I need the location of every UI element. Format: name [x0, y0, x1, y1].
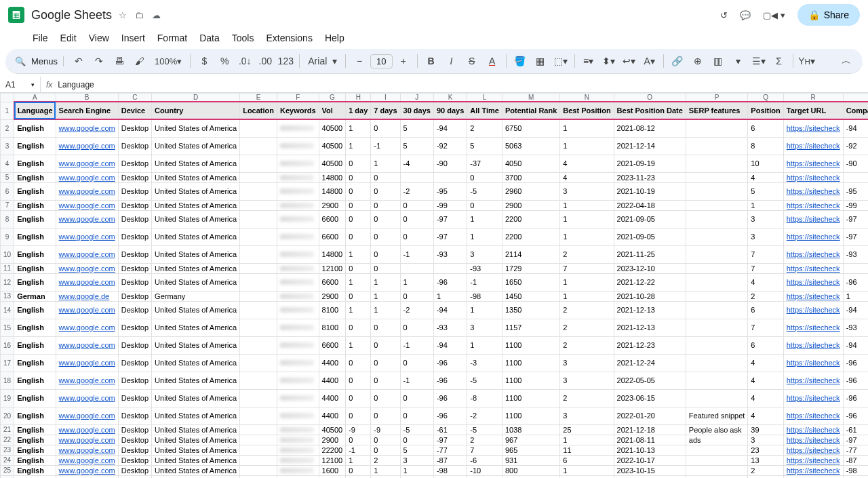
- row-header-22[interactable]: 22: [1, 435, 14, 445]
- cell[interactable]: https://sitecheck: [783, 137, 843, 155]
- cell[interactable]: www.google.com: [56, 137, 118, 155]
- row-header-14[interactable]: 14: [1, 301, 14, 319]
- cell[interactable]: www.google.com: [56, 389, 118, 407]
- cell[interactable]: [277, 263, 319, 273]
- cell[interactable]: -1: [371, 137, 400, 155]
- cell[interactable]: [686, 465, 748, 475]
- cell[interactable]: United States of America: [152, 475, 240, 478]
- cell[interactable]: [240, 445, 277, 455]
- percent-button[interactable]: %: [215, 52, 234, 71]
- cell[interactable]: 22200: [319, 475, 346, 478]
- cell[interactable]: -5: [467, 424, 502, 435]
- cell[interactable]: -94: [843, 119, 868, 137]
- cell[interactable]: 2200: [502, 210, 559, 228]
- cell[interactable]: https://sitecheck: [783, 435, 843, 445]
- cell[interactable]: [240, 407, 277, 424]
- cell[interactable]: Desktop: [118, 455, 151, 465]
- cell[interactable]: -10: [467, 465, 502, 475]
- cell[interactable]: 10: [748, 155, 783, 172]
- cell[interactable]: https://sitecheck: [783, 119, 843, 137]
- cell[interactable]: 0: [467, 172, 502, 182]
- cell[interactable]: www.google.com: [56, 372, 118, 389]
- cell[interactable]: 1: [400, 273, 433, 291]
- cell[interactable]: [277, 475, 319, 478]
- cell[interactable]: -6: [467, 455, 502, 465]
- cell[interactable]: [277, 372, 319, 389]
- row-header-19[interactable]: 19: [1, 389, 14, 407]
- cell[interactable]: [240, 200, 277, 210]
- cell[interactable]: -96: [843, 273, 868, 291]
- borders-button[interactable]: ▦: [531, 52, 550, 71]
- cell[interactable]: -94: [843, 301, 868, 319]
- cloud-icon[interactable]: ☁: [152, 10, 161, 20]
- cell[interactable]: 3: [560, 354, 614, 372]
- cell[interactable]: 0: [400, 319, 433, 336]
- row-header-25[interactable]: 25: [1, 465, 14, 475]
- cell[interactable]: 11: [560, 445, 614, 455]
- cell[interactable]: 0: [346, 291, 371, 301]
- cell[interactable]: 2021-09-05: [614, 210, 686, 228]
- menu-edit[interactable]: Edit: [55, 30, 82, 46]
- cell[interactable]: 1: [467, 210, 502, 228]
- functions-button[interactable]: Σ: [770, 52, 789, 71]
- cell[interactable]: -37: [467, 155, 502, 172]
- menu-file[interactable]: File: [27, 30, 54, 46]
- col-header-A[interactable]: A: [14, 94, 56, 102]
- col-header-E[interactable]: E: [240, 94, 277, 102]
- cell[interactable]: 2022-04-18: [614, 200, 686, 210]
- cell[interactable]: English: [14, 172, 56, 182]
- cell[interactable]: United States of America: [152, 354, 240, 372]
- cell[interactable]: [240, 273, 277, 291]
- cell[interactable]: 800: [502, 465, 559, 475]
- cell[interactable]: [277, 407, 319, 424]
- cell[interactable]: 4400: [319, 372, 346, 389]
- cell[interactable]: [240, 319, 277, 336]
- wrap-button[interactable]: ↩▾: [620, 52, 639, 71]
- cell[interactable]: 2: [560, 245, 614, 263]
- cell[interactable]: www.google.com: [56, 336, 118, 354]
- cell[interactable]: [277, 435, 319, 445]
- cell[interactable]: [686, 354, 748, 372]
- cell[interactable]: [277, 182, 319, 200]
- cell[interactable]: 2021-10-19: [614, 182, 686, 200]
- cell[interactable]: 0: [346, 465, 371, 475]
- header-cell[interactable]: Search Engine: [56, 102, 118, 119]
- cell[interactable]: 2114: [502, 245, 559, 263]
- strike-button[interactable]: S: [462, 52, 481, 71]
- row-header-2[interactable]: 2: [1, 119, 14, 137]
- cell[interactable]: www.google.com: [56, 273, 118, 291]
- cell[interactable]: www.google.de: [56, 291, 118, 301]
- cell[interactable]: 0: [346, 155, 371, 172]
- cell[interactable]: 0: [371, 445, 400, 455]
- cell[interactable]: 0: [371, 319, 400, 336]
- cell[interactable]: 12100: [319, 455, 346, 465]
- cell[interactable]: [277, 465, 319, 475]
- cell[interactable]: 2021-10-13: [614, 445, 686, 455]
- cell[interactable]: -96: [843, 372, 868, 389]
- cell[interactable]: -90: [843, 155, 868, 172]
- cell[interactable]: 4: [748, 389, 783, 407]
- cell[interactable]: 740: [502, 475, 559, 478]
- cell[interactable]: www.google.com: [56, 455, 118, 465]
- cell[interactable]: -5: [467, 372, 502, 389]
- cell[interactable]: 1: [400, 465, 433, 475]
- cell[interactable]: English: [14, 137, 56, 155]
- cell[interactable]: 0: [371, 119, 400, 137]
- cell[interactable]: -4: [400, 155, 433, 172]
- cell[interactable]: 1: [433, 291, 467, 301]
- cell[interactable]: www.google.com: [56, 319, 118, 336]
- cell[interactable]: [686, 137, 748, 155]
- cell[interactable]: 6: [748, 119, 783, 137]
- col-header-Q[interactable]: Q: [748, 94, 783, 102]
- cell[interactable]: 0: [346, 182, 371, 200]
- cell[interactable]: 0: [346, 200, 371, 210]
- cell[interactable]: -92: [433, 137, 467, 155]
- cell[interactable]: 2: [467, 119, 502, 137]
- cell[interactable]: 1: [371, 465, 400, 475]
- cell[interactable]: -94: [433, 119, 467, 137]
- cell[interactable]: [686, 228, 748, 245]
- cell[interactable]: English: [14, 407, 56, 424]
- cell[interactable]: -1: [346, 445, 371, 455]
- cell[interactable]: 2021-12-22: [614, 273, 686, 291]
- cell[interactable]: 1600: [319, 465, 346, 475]
